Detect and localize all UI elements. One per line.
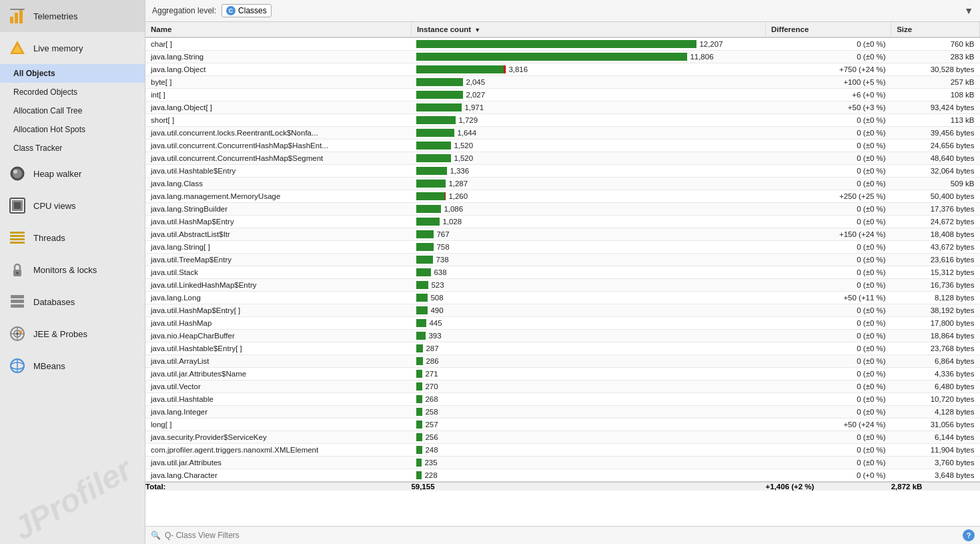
sidebar-item-cpu-views[interactable]: CPU views xyxy=(0,190,145,222)
table-row[interactable]: java.nio.HeapCharBuffer3930 (±0 %)18,864… xyxy=(145,330,980,342)
table-row[interactable]: java.util.LinkedHashMap$Entry5230 (±0 %)… xyxy=(145,279,980,292)
bar-green xyxy=(416,408,422,416)
databases-label: Databases xyxy=(33,297,75,307)
table-row[interactable]: java.lang.Character2280 (+0 %)3,648 byte… xyxy=(145,469,980,483)
table-row[interactable]: java.util.HashMap4450 (±0 %)17,800 bytes xyxy=(145,317,980,330)
table-row[interactable]: java.util.HashMap$Entry[ ]4900 (±0 %)38,… xyxy=(145,304,980,317)
col-instance-count[interactable]: Instance count ▼ xyxy=(411,22,765,37)
instance-count: 235 xyxy=(424,459,437,467)
sidebar-item-allocation-hot-spots[interactable]: Allocation Hot Spots xyxy=(0,120,145,139)
svg-point-8 xyxy=(13,170,17,174)
cell-name: java.lang.Object[ ] xyxy=(145,101,411,114)
table-row[interactable]: java.util.jar.Attributes2350 (±0 %)3,760… xyxy=(145,457,980,469)
table-row[interactable]: java.lang.Object3,816+750 (+24 %)30,528 … xyxy=(145,63,980,76)
table-row[interactable]: java.lang.Object[ ]1,971+50 (+3 %)93,424… xyxy=(145,101,980,114)
sidebar-item-live-memory[interactable]: Live memory xyxy=(0,32,145,64)
table-row[interactable]: java.util.Hashtable$Entry1,3360 (±0 %)32… xyxy=(145,165,980,178)
cell-difference: +50 (+11 %) xyxy=(766,292,891,304)
table-row[interactable]: long[ ]257+50 (+24 %)31,056 bytes xyxy=(145,419,980,431)
aggregation-dropdown-arrow[interactable]: ▼ xyxy=(964,5,973,16)
cell-name: com.jprofiler.agent.triggers.nanoxml.XML… xyxy=(145,444,411,457)
sidebar-item-telemetries[interactable]: Telemetries xyxy=(0,0,145,32)
cell-difference: 0 (±0 %) xyxy=(766,241,891,254)
table-row[interactable]: java.util.concurrent.ConcurrentHashMap$S… xyxy=(145,152,980,165)
sidebar-item-monitors-locks[interactable]: Monitors & locks xyxy=(0,254,145,286)
cell-bar: 286 xyxy=(411,355,765,368)
table-row[interactable]: java.lang.StringBuilder1,0860 (±0 %)17,3… xyxy=(145,203,980,216)
sidebar-watermark: JProfiler xyxy=(1,447,144,544)
table-row[interactable]: java.lang.Class1,2870 (±0 %)509 kB xyxy=(145,178,980,190)
cell-size: 10,720 bytes xyxy=(891,393,980,406)
svg-rect-0 xyxy=(10,17,13,23)
table-row[interactable]: java.util.concurrent.locks.ReentrantLock… xyxy=(145,127,980,140)
cell-name: java.util.jar.Attributes xyxy=(145,457,411,469)
svg-rect-19 xyxy=(11,300,24,303)
cell-size: 30,528 bytes xyxy=(891,63,980,76)
table-row[interactable]: java.util.concurrent.ConcurrentHashMap$H… xyxy=(145,140,980,152)
cell-difference: 0 (+0 %) xyxy=(766,469,891,483)
col-difference[interactable]: Difference xyxy=(766,22,891,37)
instance-count: 3,816 xyxy=(508,65,528,73)
svg-rect-18 xyxy=(11,295,24,298)
table-row[interactable]: byte[ ]2,045+100 (+5 %)257 kB xyxy=(145,76,980,89)
table-row[interactable]: com.jprofiler.agent.triggers.nanoxml.XML… xyxy=(145,444,980,457)
instance-count: 738 xyxy=(436,256,448,264)
sidebar-item-all-objects[interactable]: All Objects xyxy=(0,64,145,83)
sort-indicator: ▼ xyxy=(474,27,480,33)
table-row[interactable]: short[ ]1,7290 (±0 %)113 kB xyxy=(145,114,980,127)
cell-size: 31,056 bytes xyxy=(891,419,980,431)
sidebar-item-databases[interactable]: Databases xyxy=(0,286,145,318)
table-row[interactable]: java.lang.String[ ]7580 (±0 %)43,672 byt… xyxy=(145,241,980,254)
table-row[interactable]: java.util.Hashtable$Entry[ ]2870 (±0 %)2… xyxy=(145,342,980,355)
bar-green xyxy=(416,180,446,188)
table-row[interactable]: java.util.Vector2700 (±0 %)6,480 bytes xyxy=(145,380,980,393)
aggregation-circle-icon: C xyxy=(226,6,235,15)
cell-size: 283 kB xyxy=(891,51,980,63)
table-row[interactable]: java.lang.management.MemoryUsage1,260+25… xyxy=(145,190,980,203)
bar-green xyxy=(416,256,433,264)
sidebar-item-heap-walker[interactable]: Heap walker xyxy=(0,158,145,190)
sidebar-item-mbeans[interactable]: MBeans xyxy=(0,350,145,382)
data-table-container[interactable]: Name Instance count ▼ Difference Size ch… xyxy=(145,22,980,526)
cell-difference: 0 (±0 %) xyxy=(766,152,891,165)
class-filter-input[interactable] xyxy=(165,531,959,540)
sidebar-item-threads[interactable]: Threads xyxy=(0,222,145,254)
sidebar-item-recorded-objects[interactable]: Recorded Objects xyxy=(0,83,145,101)
cell-difference: 0 (±0 %) xyxy=(766,165,891,178)
table-row[interactable]: java.util.jar.Attributes$Name2710 (±0 %)… xyxy=(145,368,980,380)
table-row[interactable]: java.util.Stack6380 (±0 %)15,312 bytes xyxy=(145,266,980,279)
bar-green xyxy=(416,268,431,276)
class-tracker-label: Class Tracker xyxy=(13,144,62,153)
col-name[interactable]: Name xyxy=(145,22,411,37)
sidebar-item-allocation-call-tree[interactable]: Allocation Call Tree xyxy=(0,101,145,120)
sidebar-item-jee-probes[interactable]: JEE & Probes xyxy=(0,318,145,350)
instance-count: 2,045 xyxy=(466,78,485,86)
cell-name: java.lang.Long xyxy=(145,292,411,304)
cell-name: java.nio.HeapCharBuffer xyxy=(145,330,411,342)
cell-difference: 0 (±0 %) xyxy=(766,317,891,330)
table-row[interactable]: java.lang.Integer2580 (±0 %)4,128 bytes xyxy=(145,406,980,419)
table-row[interactable]: char[ ]12,2070 (±0 %)760 kB xyxy=(145,37,980,51)
table-row[interactable]: java.util.HashMap$Entry1,0280 (±0 %)24,6… xyxy=(145,216,980,228)
mbeans-icon xyxy=(8,356,27,375)
table-row[interactable]: java.util.Hashtable2680 (±0 %)10,720 byt… xyxy=(145,393,980,406)
instance-count: 1,028 xyxy=(442,218,462,226)
table-row[interactable]: java.lang.Long508+50 (+11 %)8,128 bytes xyxy=(145,292,980,304)
cell-bar: 2,045 xyxy=(411,76,765,89)
filter-help-button[interactable]: ? xyxy=(963,529,975,541)
col-size[interactable]: Size xyxy=(891,22,980,37)
bar-green xyxy=(416,421,422,429)
cell-difference: 0 (±0 %) xyxy=(766,380,891,393)
sidebar-item-class-tracker[interactable]: Class Tracker xyxy=(0,139,145,158)
bar-green xyxy=(416,471,422,479)
svg-rect-12 xyxy=(10,232,25,234)
cell-size: 18,408 bytes xyxy=(891,228,980,241)
table-row[interactable]: java.util.AbstractList$Itr767+150 (+24 %… xyxy=(145,228,980,241)
bar-green xyxy=(416,446,422,454)
aggregation-select[interactable]: C Classes xyxy=(221,4,272,17)
table-row[interactable]: java.util.ArrayList2860 (±0 %)6,864 byte… xyxy=(145,355,980,368)
table-row[interactable]: java.security.Provider$ServiceKey2560 (±… xyxy=(145,431,980,444)
table-row[interactable]: java.lang.String11,8060 (±0 %)283 kB xyxy=(145,51,980,63)
table-row[interactable]: java.util.TreeMap$Entry7380 (±0 %)23,616… xyxy=(145,254,980,266)
table-row[interactable]: int[ ]2,027+6 (+0 %)108 kB xyxy=(145,89,980,101)
